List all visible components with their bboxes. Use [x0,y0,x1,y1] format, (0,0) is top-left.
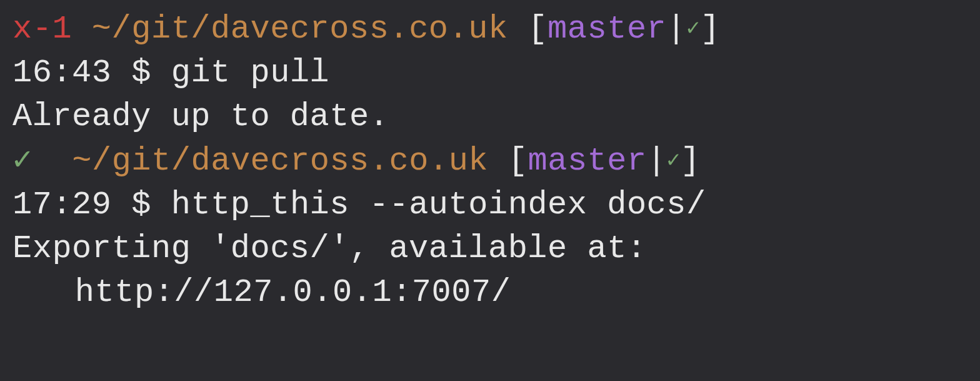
timestamp: 17:29 [12,186,112,223]
git-branch: master [548,11,666,48]
spacer [32,143,72,180]
command-text: http_this --autoindex docs/ [171,186,706,223]
prompt-command-line[interactable]: 16:43 $ git pull [12,51,968,95]
bracket-close: ] [700,11,720,48]
spacer [508,11,528,48]
bracket-open: [ [508,143,528,180]
command-text: git pull [171,54,330,91]
bracket-close: ] [681,143,701,180]
bracket-open: [ [528,11,548,48]
pipe: | [666,11,686,48]
output-line: Already up to date. [12,95,968,139]
check-icon: ✓ [686,16,700,42]
cwd-path: ~/git/davecross.co.uk [92,11,508,48]
prompt-command-line[interactable]: 17:29 $ http_this --autoindex docs/ [12,183,968,227]
spacer [488,143,508,180]
exit-status: x-1 [12,11,72,48]
prompt-symbol: $ [131,54,151,91]
check-icon: ✓ [666,148,680,173]
prompt-symbol: $ [131,186,151,223]
git-branch: master [528,143,646,180]
prompt-header-line: x-1 ~/git/davecross.co.uk [master|✓] [12,8,968,51]
cwd-path: ~/git/davecross.co.uk [72,143,488,180]
spacer [112,54,132,91]
output-url-line: http://127.0.0.1:7007/ [12,271,968,315]
pipe: | [647,143,667,180]
spacer [151,54,171,91]
spacer [112,186,132,223]
spacer [151,186,171,223]
spacer [72,11,92,48]
timestamp: 16:43 [12,54,112,91]
exit-status: ✓ [12,143,32,180]
output-line: Exporting 'docs/', available at: [12,227,968,271]
prompt-header-line: ✓ ~/git/davecross.co.uk [master|✓] [12,140,968,183]
